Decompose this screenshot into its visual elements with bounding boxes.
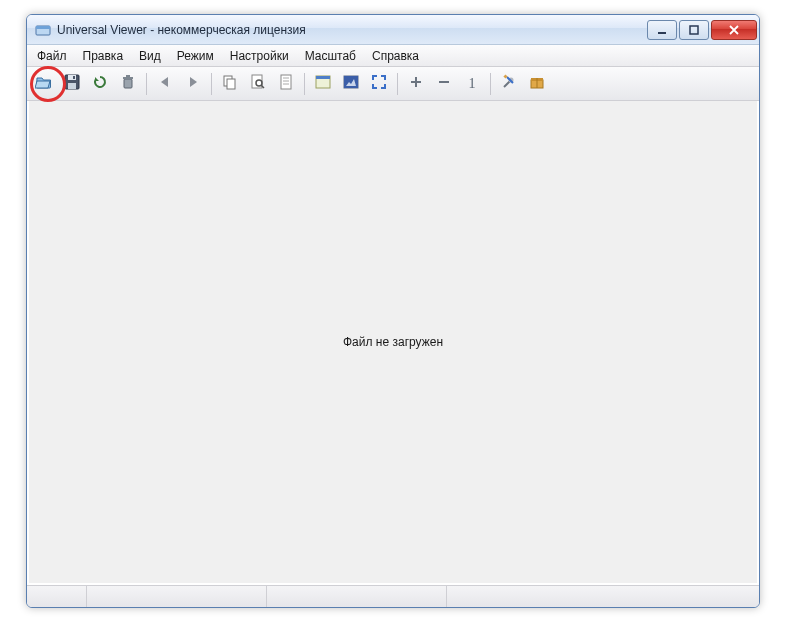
tools-icon	[501, 74, 517, 93]
maximize-button[interactable]	[679, 20, 709, 40]
save-button[interactable]	[59, 71, 85, 97]
toolbar-separator	[211, 73, 212, 95]
svg-rect-6	[68, 83, 76, 89]
fit-window-icon	[315, 74, 331, 93]
arrow-right-icon	[185, 74, 201, 93]
svg-rect-1	[36, 26, 50, 29]
status-cell	[267, 586, 447, 607]
svg-rect-16	[281, 75, 291, 89]
arrow-left-icon	[157, 74, 173, 93]
svg-rect-9	[123, 77, 133, 79]
minus-icon	[436, 74, 452, 93]
reload-button[interactable]	[87, 71, 113, 97]
status-cell	[447, 586, 759, 607]
fullscreen-button[interactable]	[366, 71, 392, 97]
svg-rect-8	[124, 79, 132, 88]
window-title: Universal Viewer - некоммерческая лиценз…	[57, 23, 645, 37]
toolbar-separator	[397, 73, 398, 95]
toolbar-separator	[146, 73, 147, 95]
toolbar: 1	[27, 67, 759, 101]
copy-button[interactable]	[217, 71, 243, 97]
toolbar-separator	[490, 73, 491, 95]
svg-rect-12	[227, 79, 235, 89]
svg-rect-7	[73, 76, 75, 79]
menu-file[interactable]: Файл	[29, 45, 75, 66]
plugins-button[interactable]	[524, 71, 550, 97]
copy-icon	[222, 74, 238, 93]
menu-edit[interactable]: Правка	[75, 45, 132, 66]
fullscreen-icon	[371, 74, 387, 93]
zoom-out-button[interactable]	[431, 71, 457, 97]
page-button[interactable]	[273, 71, 299, 97]
one-icon: 1	[469, 76, 476, 92]
status-cell	[27, 586, 87, 607]
svg-rect-3	[690, 26, 698, 34]
fit-window-button[interactable]	[310, 71, 336, 97]
reload-icon	[92, 74, 108, 93]
open-button[interactable]	[31, 71, 57, 97]
svg-rect-21	[316, 76, 330, 79]
zoom-100-button[interactable]: 1	[459, 71, 485, 97]
svg-rect-10	[126, 75, 130, 77]
toolbar-separator	[304, 73, 305, 95]
menu-mode[interactable]: Режим	[169, 45, 222, 66]
menu-help[interactable]: Справка	[364, 45, 427, 66]
menu-zoom[interactable]: Масштаб	[297, 45, 364, 66]
status-cell	[87, 586, 267, 607]
floppy-icon	[64, 74, 80, 93]
zoom-in-button[interactable]	[403, 71, 429, 97]
search-icon	[250, 74, 266, 93]
fit-image-button[interactable]	[338, 71, 364, 97]
forward-button[interactable]	[180, 71, 206, 97]
app-icon	[35, 22, 51, 38]
page-icon	[278, 74, 294, 93]
menu-settings[interactable]: Настройки	[222, 45, 297, 66]
content-area: Файл не загружен	[29, 101, 757, 583]
empty-state-text: Файл не загружен	[343, 335, 443, 349]
menu-bar: Файл Правка Вид Режим Настройки Масштаб …	[27, 45, 759, 67]
app-window: Universal Viewer - некоммерческая лиценз…	[26, 14, 760, 608]
image-icon	[343, 74, 359, 93]
window-controls	[645, 20, 757, 40]
menu-view[interactable]: Вид	[131, 45, 169, 66]
svg-rect-23	[344, 76, 358, 88]
back-button[interactable]	[152, 71, 178, 97]
find-button[interactable]	[245, 71, 271, 97]
options-button[interactable]	[496, 71, 522, 97]
box-icon	[529, 74, 545, 93]
close-button[interactable]	[711, 20, 757, 40]
delete-button[interactable]	[115, 71, 141, 97]
plus-icon	[408, 74, 424, 93]
svg-rect-2	[658, 32, 666, 34]
title-bar: Universal Viewer - некоммерческая лиценз…	[27, 15, 759, 45]
minimize-button[interactable]	[647, 20, 677, 40]
trash-icon	[120, 74, 136, 93]
folder-open-icon	[35, 73, 53, 94]
status-bar	[27, 585, 759, 607]
